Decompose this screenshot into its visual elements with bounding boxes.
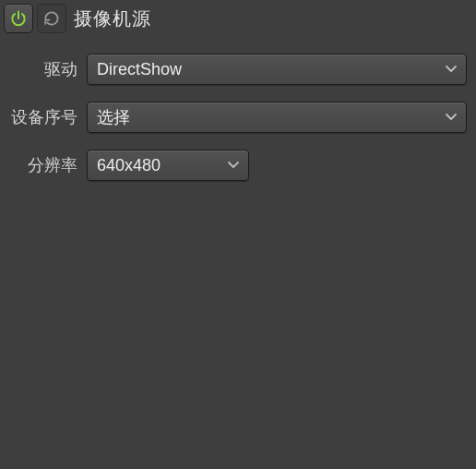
camera-source-panel: 摄像机源 驱动 DirectShow 设备序号 选择 分辨率 (0, 0, 476, 469)
resolution-value: 640x480 (97, 156, 161, 175)
driver-label: 驱动 (6, 58, 87, 80)
device-row: 设备序号 选择 (6, 102, 467, 133)
resolution-label: 分辨率 (6, 154, 87, 176)
camera-settings-form: 驱动 DirectShow 设备序号 选择 分辨率 640x480 (0, 37, 476, 181)
panel-header: 摄像机源 (0, 0, 476, 37)
driver-select[interactable]: DirectShow (87, 54, 467, 85)
device-label: 设备序号 (6, 106, 87, 128)
refresh-button[interactable] (37, 4, 66, 33)
chevron-down-icon (446, 114, 457, 121)
refresh-icon (42, 9, 61, 28)
device-value: 选择 (97, 106, 130, 128)
driver-value: DirectShow (97, 60, 182, 79)
power-toggle[interactable] (4, 4, 33, 33)
resolution-row: 分辨率 640x480 (6, 150, 467, 181)
panel-title: 摄像机源 (74, 6, 151, 31)
chevron-down-icon (228, 162, 239, 169)
device-select[interactable]: 选择 (87, 102, 467, 133)
driver-row: 驱动 DirectShow (6, 54, 467, 85)
power-icon (9, 9, 28, 28)
chevron-down-icon (446, 66, 457, 73)
resolution-select[interactable]: 640x480 (87, 150, 249, 181)
